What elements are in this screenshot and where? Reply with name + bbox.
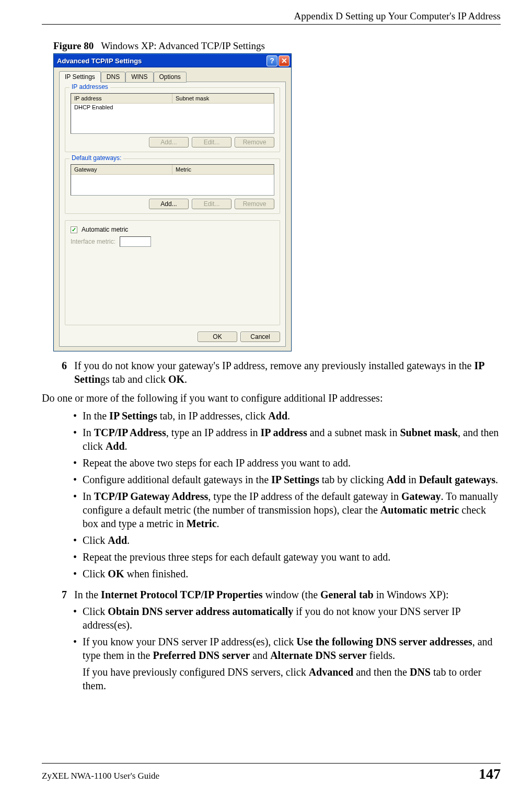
- list-item: •In TCP/IP Gateway Address, type the IP …: [73, 489, 501, 530]
- step-7: 7 In the Internet Protocol TCP/IP Proper…: [62, 588, 501, 601]
- list-item: •Repeat the previous three steps for eac…: [73, 550, 501, 564]
- cancel-button[interactable]: Cancel: [240, 332, 280, 342]
- automatic-metric-checkbox[interactable]: ✓: [71, 226, 77, 233]
- gw-edit-button[interactable]: Edit...: [192, 199, 232, 209]
- figure-caption-text: Windows XP: Advanced TCP/IP Settings: [101, 40, 265, 51]
- title-bar[interactable]: Advanced TCP/IP Settings ? ✕: [54, 54, 291, 67]
- gw-header-metric[interactable]: Metric: [172, 165, 274, 174]
- step-6-bold2: OK: [168, 373, 184, 385]
- ip-header-address[interactable]: IP address: [71, 94, 172, 103]
- ip-add-button[interactable]: Add...: [149, 137, 189, 147]
- group-ip-addresses: IP addresses IP address Subnet mask DHCP…: [65, 87, 280, 152]
- step-7-number: 7: [62, 588, 74, 601]
- step-6-mid: gs tab and click: [100, 373, 168, 385]
- tab-dns[interactable]: DNS: [101, 72, 125, 83]
- figure-label: Figure 80: [53, 40, 94, 51]
- xp-dialog: Advanced TCP/IP Settings ? ✕ IP Settings…: [53, 53, 292, 351]
- help-icon[interactable]: ?: [267, 55, 277, 66]
- tab-row: IP Settings DNS WINS Options: [59, 71, 286, 82]
- page-number: 147: [479, 766, 501, 782]
- list-item: •In the IP Settings tab, in IP addresses…: [73, 409, 501, 423]
- ip-edit-button[interactable]: Edit...: [192, 137, 232, 147]
- list-item: •If you know your DNS server IP address(…: [73, 635, 501, 662]
- step-6: 6 If you do not know your gateway's IP a…: [62, 359, 501, 386]
- gw-listbox[interactable]: Gateway Metric: [71, 164, 274, 196]
- group-ip-title: IP addresses: [70, 83, 110, 90]
- paragraph-intro: Do one or more of the following if you w…: [42, 391, 501, 405]
- figure-caption: Figure 80 Windows XP: Advanced TCP/IP Se…: [53, 40, 501, 52]
- close-icon[interactable]: ✕: [279, 55, 290, 66]
- list-item: •Click Add.: [73, 533, 501, 547]
- sub-paragraph: If you have previously configured DNS se…: [83, 665, 501, 692]
- list-item: •Configure additional default gateways i…: [73, 473, 501, 486]
- gw-header-gateway[interactable]: Gateway: [71, 165, 172, 174]
- gw-remove-button[interactable]: Remove: [235, 199, 274, 209]
- ip-header-subnet[interactable]: Subnet mask: [172, 94, 274, 103]
- ip-remove-button[interactable]: Remove: [235, 137, 274, 147]
- tab-wins[interactable]: WINS: [125, 72, 153, 83]
- footer-guide: ZyXEL NWA-1100 User's Guide: [42, 771, 159, 781]
- dialog-title: Advanced TCP/IP Settings: [57, 57, 267, 65]
- ok-button[interactable]: OK: [198, 332, 237, 342]
- list-item: •In TCP/IP Address, type an IP address i…: [73, 426, 501, 453]
- list-item: •Click Obtain DNS server address automat…: [73, 605, 501, 632]
- header-appendix-title: Appendix D Setting up Your Computer's IP…: [42, 10, 501, 22]
- tab-options[interactable]: Options: [154, 72, 187, 83]
- list-item: •Click OK when finished.: [73, 567, 501, 580]
- group-default-gateways: Default gateways: Gateway Metric Add... …: [65, 158, 280, 214]
- list-item: •Repeat the above two steps for each IP …: [73, 456, 501, 470]
- gw-add-button[interactable]: Add...: [149, 199, 189, 209]
- footer-rule: [42, 763, 501, 764]
- header-rule: [42, 24, 501, 25]
- step-6-post: .: [184, 373, 187, 385]
- ip-row-dhcp[interactable]: DHCP Enabled: [71, 104, 274, 111]
- ip-listbox[interactable]: IP address Subnet mask DHCP Enabled: [71, 93, 274, 134]
- tab-ip-settings[interactable]: IP Settings: [59, 71, 101, 82]
- interface-metric-label: Interface metric:: [71, 238, 115, 245]
- step-6-text: If you do not know your gateway's IP add…: [74, 360, 474, 371]
- automatic-metric-label: Automatic metric: [82, 226, 128, 233]
- interface-metric-input[interactable]: [120, 236, 151, 247]
- group-gw-title: Default gateways:: [70, 154, 123, 162]
- step-6-number: 6: [62, 359, 74, 386]
